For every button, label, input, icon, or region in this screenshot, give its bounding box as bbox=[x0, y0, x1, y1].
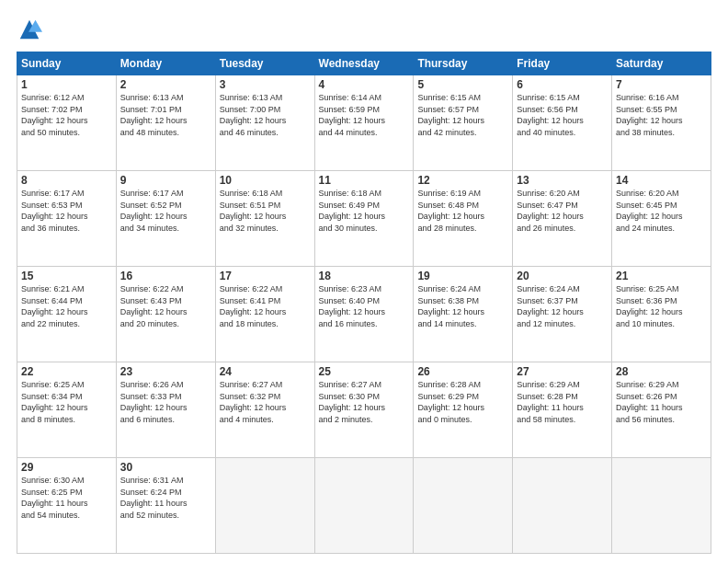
calendar-cell: 5Sunrise: 6:15 AM Sunset: 6:57 PM Daylig… bbox=[414, 75, 513, 171]
day-number: 10 bbox=[220, 174, 311, 187]
calendar-cell: 24Sunrise: 6:27 AM Sunset: 6:32 PM Dayli… bbox=[215, 362, 314, 458]
day-number: 6 bbox=[517, 78, 608, 91]
weekday-header: Tuesday bbox=[215, 52, 314, 75]
day-info: Sunrise: 6:26 AM Sunset: 6:33 PM Dayligh… bbox=[120, 379, 211, 425]
logo bbox=[17, 17, 46, 42]
calendar-cell: 8Sunrise: 6:17 AM Sunset: 6:53 PM Daylig… bbox=[17, 171, 117, 267]
calendar-week-row: 15Sunrise: 6:21 AM Sunset: 6:44 PM Dayli… bbox=[17, 267, 711, 362]
weekday-header: Monday bbox=[116, 52, 215, 75]
weekday-header: Thursday bbox=[414, 52, 513, 75]
day-number: 29 bbox=[21, 461, 112, 474]
calendar-cell: 10Sunrise: 6:18 AM Sunset: 6:51 PM Dayli… bbox=[215, 171, 314, 267]
calendar-cell: 23Sunrise: 6:26 AM Sunset: 6:33 PM Dayli… bbox=[116, 362, 215, 458]
day-number: 26 bbox=[417, 365, 508, 378]
calendar-cell bbox=[612, 458, 711, 554]
calendar-week-row: 29Sunrise: 6:30 AM Sunset: 6:25 PM Dayli… bbox=[17, 458, 711, 554]
calendar-cell bbox=[513, 458, 612, 554]
day-info: Sunrise: 6:13 AM Sunset: 7:00 PM Dayligh… bbox=[220, 92, 311, 138]
calendar-cell: 27Sunrise: 6:29 AM Sunset: 6:28 PM Dayli… bbox=[513, 362, 612, 458]
calendar-cell: 17Sunrise: 6:22 AM Sunset: 6:41 PM Dayli… bbox=[215, 267, 314, 362]
day-number: 20 bbox=[517, 270, 608, 282]
calendar-week-row: 1Sunrise: 6:12 AM Sunset: 7:02 PM Daylig… bbox=[17, 75, 711, 171]
day-number: 15 bbox=[21, 270, 112, 282]
calendar-table: SundayMondayTuesdayWednesdayThursdayFrid… bbox=[17, 52, 711, 554]
day-info: Sunrise: 6:22 AM Sunset: 6:43 PM Dayligh… bbox=[120, 283, 211, 329]
calendar-cell: 9Sunrise: 6:17 AM Sunset: 6:52 PM Daylig… bbox=[116, 171, 215, 267]
calendar-cell: 30Sunrise: 6:31 AM Sunset: 6:24 PM Dayli… bbox=[116, 458, 215, 554]
day-number: 22 bbox=[21, 365, 112, 378]
day-number: 27 bbox=[517, 365, 608, 378]
calendar-cell: 15Sunrise: 6:21 AM Sunset: 6:44 PM Dayli… bbox=[17, 267, 117, 362]
day-info: Sunrise: 6:16 AM Sunset: 6:55 PM Dayligh… bbox=[616, 92, 707, 138]
header bbox=[17, 17, 711, 42]
day-number: 9 bbox=[120, 174, 211, 187]
day-number: 12 bbox=[417, 174, 508, 187]
calendar-cell: 18Sunrise: 6:23 AM Sunset: 6:40 PM Dayli… bbox=[314, 267, 414, 362]
calendar-cell: 3Sunrise: 6:13 AM Sunset: 7:00 PM Daylig… bbox=[215, 75, 314, 171]
calendar-cell: 16Sunrise: 6:22 AM Sunset: 6:43 PM Dayli… bbox=[116, 267, 215, 362]
day-number: 5 bbox=[417, 78, 508, 91]
logo-icon bbox=[17, 17, 42, 42]
calendar-cell: 25Sunrise: 6:27 AM Sunset: 6:30 PM Dayli… bbox=[314, 362, 414, 458]
day-info: Sunrise: 6:15 AM Sunset: 6:56 PM Dayligh… bbox=[517, 92, 608, 138]
day-number: 17 bbox=[220, 270, 311, 282]
day-info: Sunrise: 6:19 AM Sunset: 6:48 PM Dayligh… bbox=[417, 188, 508, 234]
day-info: Sunrise: 6:29 AM Sunset: 6:28 PM Dayligh… bbox=[517, 379, 608, 425]
day-number: 28 bbox=[616, 365, 707, 378]
day-number: 7 bbox=[616, 78, 707, 91]
day-info: Sunrise: 6:14 AM Sunset: 6:59 PM Dayligh… bbox=[319, 92, 410, 138]
page: SundayMondayTuesdayWednesdayThursdayFrid… bbox=[0, 0, 728, 563]
calendar-cell: 4Sunrise: 6:14 AM Sunset: 6:59 PM Daylig… bbox=[314, 75, 414, 171]
day-number: 19 bbox=[417, 270, 508, 282]
calendar-cell: 28Sunrise: 6:29 AM Sunset: 6:26 PM Dayli… bbox=[612, 362, 711, 458]
day-info: Sunrise: 6:12 AM Sunset: 7:02 PM Dayligh… bbox=[21, 92, 112, 138]
day-number: 1 bbox=[21, 78, 112, 91]
calendar-cell: 13Sunrise: 6:20 AM Sunset: 6:47 PM Dayli… bbox=[513, 171, 612, 267]
day-info: Sunrise: 6:21 AM Sunset: 6:44 PM Dayligh… bbox=[21, 283, 112, 329]
calendar-cell: 14Sunrise: 6:20 AM Sunset: 6:45 PM Dayli… bbox=[612, 171, 711, 267]
calendar-cell: 21Sunrise: 6:25 AM Sunset: 6:36 PM Dayli… bbox=[612, 267, 711, 362]
calendar-cell: 26Sunrise: 6:28 AM Sunset: 6:29 PM Dayli… bbox=[414, 362, 513, 458]
day-info: Sunrise: 6:18 AM Sunset: 6:49 PM Dayligh… bbox=[319, 188, 410, 234]
day-info: Sunrise: 6:13 AM Sunset: 7:01 PM Dayligh… bbox=[120, 92, 211, 138]
day-number: 11 bbox=[319, 174, 410, 187]
day-number: 14 bbox=[616, 174, 707, 187]
weekday-header: Wednesday bbox=[314, 52, 414, 75]
day-number: 13 bbox=[517, 174, 608, 187]
day-info: Sunrise: 6:23 AM Sunset: 6:40 PM Dayligh… bbox=[319, 283, 410, 329]
day-number: 8 bbox=[21, 174, 112, 187]
day-info: Sunrise: 6:30 AM Sunset: 6:25 PM Dayligh… bbox=[21, 475, 112, 521]
day-info: Sunrise: 6:18 AM Sunset: 6:51 PM Dayligh… bbox=[220, 188, 311, 234]
weekday-header-row: SundayMondayTuesdayWednesdayThursdayFrid… bbox=[17, 52, 711, 75]
calendar-cell: 6Sunrise: 6:15 AM Sunset: 6:56 PM Daylig… bbox=[513, 75, 612, 171]
calendar-week-row: 22Sunrise: 6:25 AM Sunset: 6:34 PM Dayli… bbox=[17, 362, 711, 458]
day-number: 2 bbox=[120, 78, 211, 91]
calendar-cell: 1Sunrise: 6:12 AM Sunset: 7:02 PM Daylig… bbox=[17, 75, 117, 171]
calendar-cell bbox=[314, 458, 414, 554]
calendar-cell: 19Sunrise: 6:24 AM Sunset: 6:38 PM Dayli… bbox=[414, 267, 513, 362]
day-info: Sunrise: 6:25 AM Sunset: 6:36 PM Dayligh… bbox=[616, 283, 707, 329]
day-info: Sunrise: 6:17 AM Sunset: 6:52 PM Dayligh… bbox=[120, 188, 211, 234]
weekday-header: Friday bbox=[513, 52, 612, 75]
calendar-cell: 7Sunrise: 6:16 AM Sunset: 6:55 PM Daylig… bbox=[612, 75, 711, 171]
calendar-cell: 12Sunrise: 6:19 AM Sunset: 6:48 PM Dayli… bbox=[414, 171, 513, 267]
day-number: 30 bbox=[120, 461, 211, 474]
day-info: Sunrise: 6:17 AM Sunset: 6:53 PM Dayligh… bbox=[21, 188, 112, 234]
day-number: 21 bbox=[616, 270, 707, 282]
day-info: Sunrise: 6:31 AM Sunset: 6:24 PM Dayligh… bbox=[120, 475, 211, 521]
day-info: Sunrise: 6:29 AM Sunset: 6:26 PM Dayligh… bbox=[616, 379, 707, 425]
day-info: Sunrise: 6:27 AM Sunset: 6:32 PM Dayligh… bbox=[220, 379, 311, 425]
day-number: 18 bbox=[319, 270, 410, 282]
calendar-cell bbox=[414, 458, 513, 554]
calendar-cell: 11Sunrise: 6:18 AM Sunset: 6:49 PM Dayli… bbox=[314, 171, 414, 267]
weekday-header: Sunday bbox=[17, 52, 117, 75]
calendar-cell: 29Sunrise: 6:30 AM Sunset: 6:25 PM Dayli… bbox=[17, 458, 117, 554]
day-number: 23 bbox=[120, 365, 211, 378]
day-info: Sunrise: 6:15 AM Sunset: 6:57 PM Dayligh… bbox=[417, 92, 508, 138]
day-info: Sunrise: 6:22 AM Sunset: 6:41 PM Dayligh… bbox=[220, 283, 311, 329]
day-info: Sunrise: 6:25 AM Sunset: 6:34 PM Dayligh… bbox=[21, 379, 112, 425]
calendar-cell: 22Sunrise: 6:25 AM Sunset: 6:34 PM Dayli… bbox=[17, 362, 117, 458]
day-info: Sunrise: 6:28 AM Sunset: 6:29 PM Dayligh… bbox=[417, 379, 508, 425]
weekday-header: Saturday bbox=[612, 52, 711, 75]
calendar-cell: 2Sunrise: 6:13 AM Sunset: 7:01 PM Daylig… bbox=[116, 75, 215, 171]
